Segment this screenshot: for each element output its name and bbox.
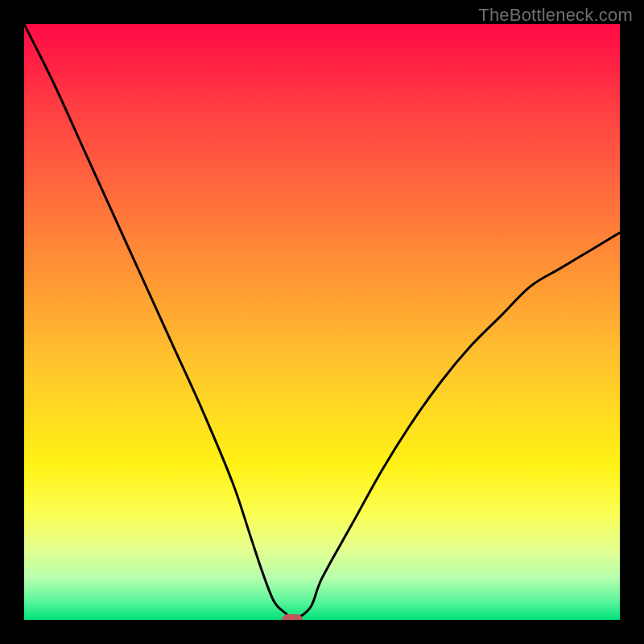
bottleneck-curve bbox=[24, 24, 620, 620]
minimum-marker bbox=[282, 614, 303, 620]
chart-frame: TheBottleneck.com bbox=[0, 0, 644, 644]
watermark-text: TheBottleneck.com bbox=[478, 5, 633, 26]
plot-area bbox=[24, 24, 620, 620]
